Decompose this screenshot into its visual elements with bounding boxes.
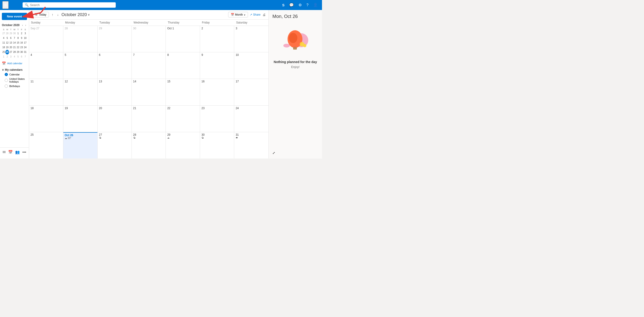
mini-day-19[interactable]: 19 [5, 45, 9, 50]
cal-cell-15[interactable]: 15 [166, 79, 200, 105]
cal-cell-18[interactable]: 18 [29, 106, 63, 132]
cal-cell-29[interactable]: 29 ☁ [166, 132, 200, 158]
cal-cell-14[interactable]: 14 [132, 79, 166, 105]
mini-day-n4[interactable]: 4 [12, 54, 16, 59]
mini-day-21[interactable]: 21 [12, 45, 16, 50]
mini-day-6[interactable]: 6 [9, 36, 12, 40]
user-icon[interactable]: 👤 [311, 2, 320, 8]
mini-day-n6[interactable]: 6 [20, 54, 23, 59]
cal-cell-21[interactable]: 21 [132, 106, 166, 132]
cal-cell-16[interactable]: 16 [200, 79, 234, 105]
mini-day-n1[interactable]: 1 [2, 54, 5, 59]
mini-day-25[interactable]: 25 [2, 50, 5, 54]
apps-icon[interactable]: ⊞ [2, 1, 8, 9]
mini-cal-prev[interactable]: ‹ [21, 23, 24, 27]
cal-cell-27[interactable]: 27 🌤 [98, 132, 132, 158]
cal-cell-oct3[interactable]: 3 [234, 26, 268, 52]
mini-day-29b[interactable]: 29 [16, 50, 20, 54]
new-event-button[interactable]: New event [2, 13, 27, 20]
cal-cell-oct1[interactable]: Oct 1 [166, 26, 200, 52]
cal-cell-11[interactable]: 11 [29, 79, 63, 105]
expand-panel-button[interactable]: ⤢ [272, 151, 275, 155]
help-icon[interactable]: ? [304, 2, 310, 8]
cal-cell-9[interactable]: 9 [200, 52, 234, 79]
mini-day-23[interactable]: 23 [20, 45, 23, 50]
next-month-button[interactable]: ↓ [56, 12, 60, 18]
mini-day-18[interactable]: 18 [2, 45, 5, 50]
people-nav-button[interactable]: 👥 [14, 149, 21, 155]
mini-day-n2[interactable]: 2 [5, 54, 9, 59]
calendar-item-calendar[interactable]: Calendar [2, 72, 27, 77]
cal-cell-17[interactable]: 17 [234, 79, 268, 105]
mini-day-3[interactable]: 3 [24, 31, 27, 36]
calendar-item-us-holidays[interactable]: United States holidays [2, 77, 27, 84]
mini-day-12[interactable]: 12 [5, 40, 9, 45]
cal-cell-sep30[interactable]: 30 [132, 26, 166, 52]
cal-cell-28[interactable]: 28 🌤 [132, 132, 166, 158]
cal-cell-22[interactable]: 22 [166, 106, 200, 132]
cal-cell-8[interactable]: 8 [166, 52, 200, 79]
calendar-checkbox-us-holidays[interactable] [5, 79, 8, 82]
cal-cell-oct2[interactable]: 2 [200, 26, 234, 52]
cal-cell-23[interactable]: 23 [200, 106, 234, 132]
calendar-item-birthdays[interactable]: Birthdays [2, 84, 27, 88]
add-calendar[interactable]: 📅 Add calendar [0, 60, 29, 66]
cal-cell-6[interactable]: 6 [98, 52, 132, 79]
mini-day-28b[interactable]: 28 [12, 50, 16, 54]
cal-cell-5[interactable]: 5 [63, 52, 98, 79]
more-nav-button[interactable]: ••• [22, 149, 27, 155]
skype-icon[interactable]: S [280, 2, 286, 8]
feedback-icon[interactable]: 💬 [287, 2, 296, 8]
mini-day-26-today[interactable]: 26 [5, 50, 9, 54]
month-view-button[interactable]: 📅 Month ∨ [228, 12, 248, 18]
mini-day-7[interactable]: 7 [12, 36, 16, 40]
mini-day-30[interactable]: 30 [12, 31, 16, 36]
cal-cell-26-today[interactable]: Oct 26 ☁ 33° [63, 132, 98, 158]
mini-day-14[interactable]: 14 [12, 40, 16, 45]
month-title[interactable]: October 2020 ∨ [62, 12, 90, 17]
mini-day-24[interactable]: 24 [24, 45, 27, 50]
cal-cell-30[interactable]: 30 🌤 [200, 132, 234, 158]
mini-day-n3[interactable]: 3 [9, 54, 12, 59]
mini-day-31[interactable]: 31 [24, 50, 27, 54]
mini-day-20[interactable]: 20 [9, 45, 12, 50]
mini-day-5[interactable]: 5 [5, 36, 9, 40]
cal-cell-20[interactable]: 20 [98, 106, 132, 132]
today-button[interactable]: 📅 Today [32, 12, 49, 18]
mini-day-n5[interactable]: 5 [16, 54, 20, 59]
mini-day-28[interactable]: 28 [5, 31, 9, 36]
prev-month-button[interactable]: ↑ [51, 12, 54, 18]
mini-day-22[interactable]: 22 [16, 45, 20, 50]
print-button[interactable]: 🖨 [262, 13, 266, 16]
cal-cell-10[interactable]: 10 [234, 52, 268, 79]
mini-day-27[interactable]: 27 [2, 31, 5, 36]
mini-day-4[interactable]: 4 [2, 36, 5, 40]
cal-cell-12[interactable]: 12 [63, 79, 98, 105]
mini-day-1[interactable]: 1 [16, 31, 20, 36]
mini-day-30b[interactable]: 30 [20, 50, 23, 54]
share-button[interactable]: ↗ Share [250, 13, 260, 16]
search-input[interactable] [30, 3, 114, 7]
mini-day-13[interactable]: 13 [9, 40, 12, 45]
calendar-checkbox-calendar[interactable] [5, 73, 8, 76]
cal-cell-31[interactable]: 31 🌧 [234, 132, 268, 158]
calendar-nav-button[interactable]: 📅 [7, 149, 14, 155]
settings-icon[interactable]: ⚙ [296, 2, 304, 8]
cal-cell-24[interactable]: 24 [234, 106, 268, 132]
calendar-checkbox-birthdays[interactable] [5, 84, 8, 88]
mini-day-9[interactable]: 9 [20, 36, 23, 40]
mini-day-29[interactable]: 29 [9, 31, 12, 36]
cal-cell-4[interactable]: 4 [29, 52, 63, 79]
cal-cell-sep29[interactable]: 29 [98, 26, 132, 52]
mini-day-16[interactable]: 16 [20, 40, 23, 45]
mini-day-17[interactable]: 17 [24, 40, 27, 45]
mini-day-2[interactable]: 2 [20, 31, 23, 36]
cal-cell-19[interactable]: 19 [63, 106, 98, 132]
mini-day-n7[interactable]: 7 [24, 54, 27, 59]
cal-cell-7[interactable]: 7 [132, 52, 166, 79]
cal-cell-25[interactable]: 25 [29, 132, 63, 158]
cal-cell-sep28[interactable]: 28 [63, 26, 98, 52]
cal-cell-sep27[interactable]: Sep 27 [29, 26, 63, 52]
mini-cal-title[interactable]: October 2020 [2, 24, 20, 27]
mini-day-10[interactable]: 10 [24, 36, 27, 40]
